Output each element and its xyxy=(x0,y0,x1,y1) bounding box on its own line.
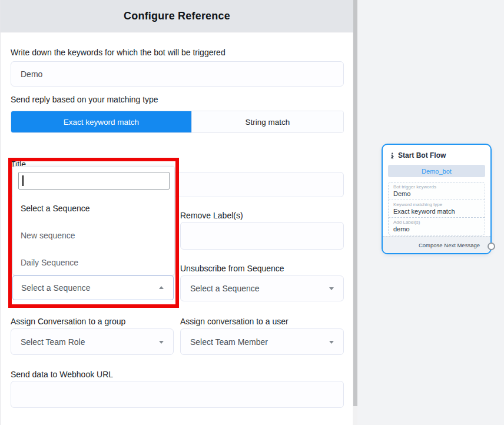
option-new-sequence[interactable]: New sequence xyxy=(13,222,174,249)
sequence-options-list: Select a Sequence New sequence Daily Seq… xyxy=(13,195,174,276)
webhook-url-label: Send data to Webhook URL xyxy=(11,370,113,379)
compose-next-message-label: Compose Next Message xyxy=(419,242,480,248)
subscribe-sequence-select[interactable]: Select a Sequence xyxy=(12,275,174,300)
node-field-value: demo xyxy=(393,225,480,233)
panel-scrollbar-thumb[interactable] xyxy=(353,0,357,406)
chevron-down-icon xyxy=(329,341,334,344)
assign-group-value: Select Team Role xyxy=(21,337,85,347)
option-select-a-sequence[interactable]: Select a Sequence xyxy=(13,195,174,222)
connection-port[interactable] xyxy=(488,243,495,250)
chevron-up-icon xyxy=(159,286,164,289)
assign-user-value: Select Team Member xyxy=(190,337,268,347)
unsubscribe-sequence-label: Unsubscribe from Sequence xyxy=(180,264,284,273)
compose-next-message-footer[interactable]: Compose Next Message xyxy=(383,236,490,253)
option-daily-sequence[interactable]: Daily Sequence xyxy=(13,249,174,276)
configure-reference-panel: Configure Reference Write down the keywo… xyxy=(0,0,353,425)
node-field-label: Add Label(s) xyxy=(393,220,480,225)
chevron-down-icon xyxy=(329,287,334,290)
webhook-url-input[interactable] xyxy=(11,381,344,408)
node-field-label: Keyword matching type xyxy=(393,202,480,207)
node-fields-box: Bot trigger keywords Demo Keyword matchi… xyxy=(388,182,485,235)
assign-user-select[interactable]: Select Team Member xyxy=(180,328,344,355)
tab-string-match[interactable]: String match xyxy=(191,111,343,132)
node-field-trigger-keywords: Bot trigger keywords Demo xyxy=(389,182,485,200)
panel-scrollbar-track[interactable] xyxy=(353,0,357,425)
flow-canvas[interactable]: Start Bot Flow Demo_bot Bot trigger keyw… xyxy=(357,0,504,425)
sequence-dropdown-panel: Select a Sequence New sequence Daily Seq… xyxy=(12,166,175,275)
assign-user-label: Assign conversation to a user xyxy=(180,317,289,326)
tab-exact-keyword-match[interactable]: Exact keyword match xyxy=(11,111,191,132)
bot-name-pill[interactable]: Demo_bot xyxy=(388,165,485,177)
page-title: Configure Reference xyxy=(124,10,230,22)
node-field-value: Demo xyxy=(393,190,480,197)
matching-type-tabs: Exact keyword match String match xyxy=(11,111,344,133)
remove-labels-input[interactable] xyxy=(180,222,344,250)
matching-type-label: Send reply based on your matching type xyxy=(11,95,158,104)
assign-group-select[interactable]: Select Team Role xyxy=(11,328,174,355)
subscribe-sequence-value: Select a Sequence xyxy=(21,283,91,293)
keywords-label: Write down the keywords for which the bo… xyxy=(11,48,226,57)
remove-labels-label: Remove Label(s) xyxy=(180,211,243,220)
unsubscribe-sequence-value: Select a Sequence xyxy=(190,284,260,293)
node-title: Start Bot Flow xyxy=(398,151,446,160)
bot-name: Demo_bot xyxy=(422,168,452,175)
node-header: Start Bot Flow xyxy=(389,151,446,160)
unsubscribe-sequence-select[interactable]: Select a Sequence xyxy=(180,275,344,301)
node-field-value: Exact keyword match xyxy=(393,208,480,215)
node-field-matching-type: Keyword matching type Exact keyword matc… xyxy=(389,200,485,217)
walking-person-icon xyxy=(389,152,395,160)
sequence-search-input[interactable] xyxy=(18,172,170,190)
keywords-input[interactable] xyxy=(11,61,344,87)
panel-header: Configure Reference xyxy=(1,0,353,32)
node-field-add-labels: Add Label(s) demo xyxy=(389,217,485,235)
start-bot-flow-node[interactable]: Start Bot Flow Demo_bot Bot trigger keyw… xyxy=(382,144,492,254)
node-field-label: Bot trigger keywords xyxy=(393,184,480,190)
text-cursor xyxy=(22,175,24,186)
assign-group-label: Assign Conversation to a group xyxy=(11,317,125,326)
chevron-down-icon xyxy=(159,341,164,344)
